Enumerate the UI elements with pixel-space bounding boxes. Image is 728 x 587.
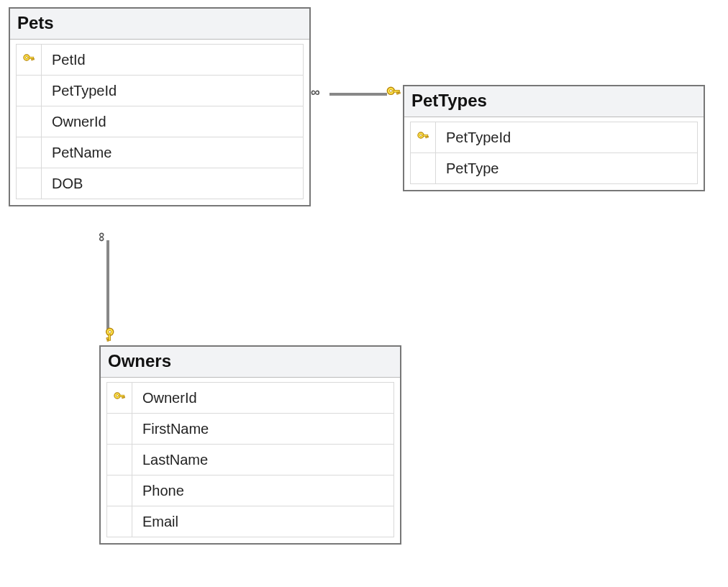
relationship-line [329, 92, 387, 96]
table-title-owners: Owners [101, 347, 400, 378]
foreign-key-icon [386, 86, 401, 101]
pk-cell-empty [107, 445, 132, 475]
column-name: PetType [436, 160, 697, 177]
table-row[interactable]: DOB [16, 168, 304, 199]
pk-cell-empty [17, 137, 42, 168]
table-row[interactable]: OwnerId [16, 106, 304, 137]
column-name: OwnerId [132, 390, 393, 406]
table-body-pettypes: PetTypeId PetType [404, 117, 704, 190]
infinity-icon: ∞ [94, 232, 109, 237]
table-pettypes[interactable]: PetTypes PetTypeId PetType [403, 85, 705, 191]
pk-cell-empty [107, 475, 132, 506]
column-name: OwnerId [42, 114, 303, 130]
column-name: FirstName [132, 421, 393, 437]
primary-key-icon [107, 383, 132, 413]
table-title-pettypes: PetTypes [404, 86, 704, 117]
column-name: PetName [42, 145, 303, 161]
table-row[interactable]: Phone [106, 475, 394, 506]
table-owners[interactable]: Owners OwnerId FirstName LastName Phone … [99, 345, 401, 545]
relationship-line [106, 240, 110, 329]
table-row[interactable]: PetTypeId [16, 76, 304, 106]
table-row[interactable]: PetId [16, 44, 304, 76]
table-row[interactable]: FirstName [106, 414, 394, 445]
table-row[interactable]: OwnerId [106, 382, 394, 414]
table-row[interactable]: Email [106, 506, 394, 537]
pk-cell-empty [17, 168, 42, 199]
table-body-owners: OwnerId FirstName LastName Phone Email [101, 378, 400, 543]
column-name: PetTypeId [42, 83, 303, 99]
table-title-pets: Pets [10, 9, 309, 40]
column-name: DOB [42, 176, 303, 192]
column-name: Phone [132, 483, 393, 499]
diagram-canvas: Pets PetId PetTypeId OwnerId PetName DOB [0, 0, 728, 587]
pk-cell-empty [411, 153, 436, 183]
column-name: Email [132, 514, 393, 530]
table-row[interactable]: PetTypeId [410, 122, 698, 153]
table-row[interactable]: PetType [410, 153, 698, 184]
table-row[interactable]: LastName [106, 445, 394, 475]
foreign-key-icon [99, 327, 115, 342]
table-row[interactable]: PetName [16, 137, 304, 168]
pk-cell-empty [17, 106, 42, 137]
column-name: PetTypeId [436, 129, 697, 146]
table-pets[interactable]: Pets PetId PetTypeId OwnerId PetName DOB [9, 7, 311, 206]
column-name: PetId [42, 52, 303, 68]
pk-cell-empty [17, 76, 42, 106]
primary-key-icon [17, 45, 42, 75]
pk-cell-empty [107, 506, 132, 537]
pk-cell-empty [107, 414, 132, 444]
column-name: LastName [132, 452, 393, 468]
table-body-pets: PetId PetTypeId OwnerId PetName DOB [10, 40, 309, 205]
infinity-icon: ∞ [311, 85, 316, 100]
primary-key-icon [411, 122, 436, 153]
